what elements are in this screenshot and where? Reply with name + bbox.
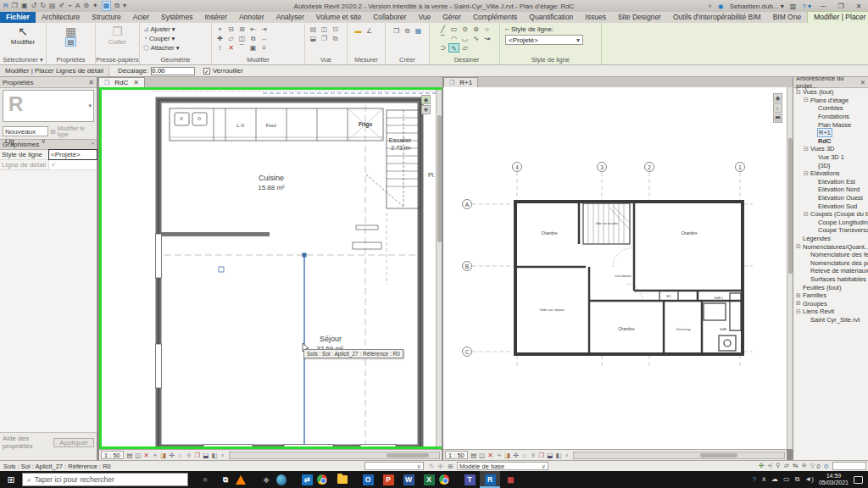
browser-tree-item[interactable]: Surfaces habitables	[793, 275, 868, 284]
browser-tree-item[interactable]: Vue 3D 1	[793, 153, 868, 162]
category-dropdown[interactable]: Nouveaux Lig∨	[3, 126, 48, 136]
edit-type-button[interactable]: Modifier le type	[58, 125, 94, 137]
join-button[interactable]: ⬡ Attacher ▾	[143, 43, 211, 53]
taskbar-app-icon[interactable]: ▦	[500, 471, 520, 488]
view-tool-icon[interactable]: ⧉	[330, 34, 341, 43]
cut-button[interactable]: ◔ Couper ▾	[143, 34, 211, 43]
taskbar-app-icon[interactable]: X	[419, 471, 439, 488]
status-icon[interactable]: ⩤	[767, 462, 772, 469]
view-control-icon[interactable]: ‹	[219, 452, 227, 459]
view-control-icon[interactable]: ✣	[168, 452, 176, 459]
view-control-icon[interactable]: ◧	[554, 452, 563, 459]
chevron-down-icon[interactable]: ▾	[88, 103, 92, 109]
paste-button[interactable]: ❐ Coller	[96, 23, 139, 46]
create-tool-icon[interactable]: ❒	[391, 26, 402, 36]
right-view-hscrollbar[interactable]	[573, 452, 785, 459]
draw-tool-icon[interactable]: ✎	[448, 43, 459, 53]
taskbar-app-icon[interactable]: ○	[195, 471, 215, 488]
tree-expander-icon[interactable]: ⊟	[803, 170, 810, 177]
qat-icon[interactable]: ✐	[58, 2, 64, 10]
ribbon-tab[interactable]: Site Designer	[612, 12, 667, 23]
taskbar-app-icon[interactable]: P	[378, 471, 398, 488]
ribbon-tab[interactable]: BIM One	[767, 12, 808, 23]
view-control-icon[interactable]: ⬓	[202, 452, 210, 459]
create-tool-icon[interactable]: ⧉	[402, 26, 413, 36]
modify-tool-icon[interactable]: ⌒	[236, 43, 248, 53]
user-menu[interactable]: Sebastien.dub... ▾	[730, 3, 784, 10]
pan-icon[interactable]: ✥	[421, 105, 431, 114]
qat-icon[interactable]: ▤	[49, 2, 56, 10]
tree-expander-icon[interactable]: ⊟	[795, 308, 802, 315]
ribbon-tab[interactable]: Architecture	[36, 12, 86, 23]
browser-tree-item[interactable]: RdC	[793, 137, 868, 146]
close-button[interactable]: ✕	[853, 3, 865, 10]
draw-tool-icon[interactable]: ╱	[437, 25, 448, 34]
draw-tool-icon[interactable]: ▭	[448, 25, 459, 34]
view-control-icon[interactable]: ⌂	[520, 452, 529, 459]
close-icon[interactable]: ✕	[860, 79, 865, 86]
measure-tool-icon[interactable]: ∠	[364, 26, 375, 36]
draw-tool-icon[interactable]: ◠	[448, 34, 459, 43]
taskbar-app-icon[interactable]: R	[480, 471, 500, 488]
ribbon-tab[interactable]: Volume et site	[310, 12, 367, 23]
search-icon[interactable]: ⌕	[708, 2, 711, 10]
view-tab-rdc[interactable]: ❒ RdC ✕	[98, 77, 145, 87]
drawing-area-r1[interactable]: 4 3 2 1 A B C	[443, 87, 787, 449]
view-control-icon[interactable]: ‹	[563, 452, 571, 459]
ribbon-tab[interactable]: Gérer	[437, 12, 467, 23]
view-tool-icon[interactable]: ⬓	[308, 34, 319, 43]
ribbon-tab[interactable]: Insérer	[198, 12, 232, 23]
modify-button[interactable]: ↖ Modifier	[0, 23, 46, 46]
offset-input[interactable]	[151, 67, 195, 75]
browser-tree-item[interactable]: ⊟ Coupes (Coupe du bâ...	[793, 210, 868, 219]
modify-tool-icon[interactable]: ▣	[248, 43, 259, 53]
cube-icon[interactable]: ⬒	[773, 114, 782, 123]
design-option-icon[interactable]: ⊞	[448, 463, 453, 470]
store-cart-icon[interactable]: ▥	[790, 3, 797, 10]
create-tool-icon[interactable]: ▦	[413, 26, 424, 36]
minimize-button[interactable]: ─	[817, 3, 829, 10]
properties-toggle-button[interactable]: ▦ ▤	[47, 23, 95, 46]
draw-tool-icon[interactable]: ⊃	[437, 43, 448, 53]
draw-tool-icon[interactable]: ↝	[481, 34, 492, 43]
modify-tool-icon[interactable]: ⇤	[248, 25, 259, 34]
modify-tool-icon[interactable]: ◫	[236, 34, 248, 43]
type-selector[interactable]: R ▾	[3, 90, 94, 122]
modify-tool-icon[interactable]: ⊟	[225, 25, 236, 34]
qat-icon[interactable]: ▾	[123, 2, 126, 10]
workset-dropdown[interactable]: ∨	[364, 462, 424, 470]
browser-tree-item[interactable]: Nomenclature des po...	[793, 258, 868, 267]
browser-tree-item[interactable]: Légendes	[793, 235, 868, 243]
tree-expander-icon[interactable]: ⊞	[795, 292, 802, 299]
tray-icon[interactable]: ◄)	[804, 475, 814, 484]
prop-value-line-style[interactable]: <Projeté>	[49, 150, 97, 159]
modify-tool-icon[interactable]: ⇥	[259, 25, 270, 34]
view-control-icon[interactable]: ❒	[537, 452, 546, 459]
browser-tree-item[interactable]: ⊞ Groupes	[793, 299, 868, 308]
ribbon-tab[interactable]: Acier	[127, 12, 155, 23]
notification-icon[interactable]	[854, 476, 863, 484]
modify-tool-icon[interactable]: ✕	[225, 43, 236, 53]
draw-tool-icon[interactable]: ⊙	[459, 25, 470, 34]
browser-tree-item[interactable]: {3D}	[793, 161, 868, 169]
taskbar-app-icon[interactable]: W	[398, 471, 419, 488]
line-style-dropdown[interactable]: <Projeté>▾	[505, 35, 583, 45]
qat-icon[interactable]: ↺	[31, 2, 37, 10]
qat-icon[interactable]: ▣	[21, 2, 28, 10]
close-icon[interactable]: ✕	[133, 79, 139, 86]
browser-tree-item[interactable]: Elévation Est	[793, 178, 868, 186]
ribbon-tab[interactable]: Fichier	[0, 12, 36, 23]
qat-icon[interactable]: ↻	[40, 2, 46, 10]
view-tool-icon[interactable]: ▤	[308, 25, 319, 34]
browser-tree-item[interactable]: Combles	[793, 104, 868, 113]
close-icon[interactable]: ✕	[88, 79, 94, 86]
tree-expander-icon[interactable]: ⊟	[803, 97, 810, 103]
view-control-icon[interactable]: 9	[529, 452, 537, 459]
browser-tree-item[interactable]: Elévation Nord	[793, 186, 868, 194]
status-icon[interactable]: ↹	[793, 462, 798, 469]
tree-expander-icon[interactable]: ⊞	[795, 300, 802, 307]
modify-tool-icon[interactable]: ▱	[225, 34, 236, 43]
view-control-icon[interactable]: ⬓	[546, 452, 554, 459]
apply-button[interactable]: Appliquer	[53, 438, 94, 447]
ribbon-tab[interactable]: Annoter	[233, 12, 270, 23]
